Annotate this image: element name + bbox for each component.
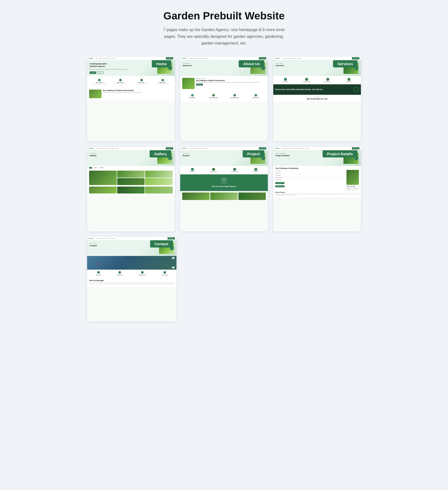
mini-map: + − <box>87 256 176 270</box>
mini-icons-services: 💧 Water Garden 🌿 Landscape Design ✂️ Lan… <box>273 76 361 84</box>
mini-site-project-details: Garden. Home About Services Projects Pro… <box>273 147 361 231</box>
card-label-home: Home <box>152 60 171 67</box>
card-label-gallery: Gallery <box>150 150 171 157</box>
mini-nav-contact: Garden. Home About Services Projects Con… <box>87 237 176 240</box>
card-project-details[interactable]: Project Details Garden. Home About Servi… <box>273 147 361 231</box>
mini-gallery-row2 <box>87 186 175 195</box>
mini-nav-project: Garden. Home About Services Projects Con… <box>180 147 268 150</box>
card-inner-project: Garden. Home About Services Projects Con… <box>180 147 268 231</box>
mini-section-home: By Creating an Outdoor Environment Lorem… <box>87 88 175 100</box>
mini-icons-about: 💧 Water Garden 🌿 Landscape Design ✂️ Lan… <box>180 91 268 101</box>
mini-site-about: Garden. Home About Services Projects Con… <box>180 57 268 141</box>
mini-project-imgs <box>180 191 268 200</box>
card-label-about: About Us <box>239 60 264 67</box>
mini-logo-home: Garden. <box>89 57 94 59</box>
mini-proj-icons: 💧 Water Garden 🌿 Landscape Design ✂️ Lan… <box>180 166 268 174</box>
mini-gallery-grid <box>87 170 175 186</box>
mini-dark-services: Extend Your Home With A Beautiful Garden… <box>273 84 361 95</box>
card-inner-project-details: Garden. Home About Services Projects Pro… <box>273 147 361 231</box>
card-inner-services: Garden. Home About Services Projects Con… <box>273 57 361 141</box>
card-inner-gallery: Garden. Home About Services Projects Gal… <box>87 147 175 231</box>
mini-site-home: Garden. Home About Services Projects Con… <box>87 57 175 141</box>
mini-nav-services: Garden. Home About Services Projects Con… <box>273 57 361 60</box>
card-gallery[interactable]: Gallery Garden. Home About Services Proj… <box>87 147 175 231</box>
mini-nav-home: Garden. Home About Services Projects Con… <box>87 57 175 60</box>
card-label-services: Services <box>333 60 357 67</box>
card-about[interactable]: About Us Garden. Home About Services Pro… <box>180 57 268 141</box>
mini-map-marker <box>97 263 98 265</box>
mini-about-content: Welcome to Garden By Creating an Outdoor… <box>180 76 268 91</box>
mini-best-services: Best Services We Provide Best For You <box>273 95 361 101</box>
mini-site-project: Garden. Home About Services Projects Con… <box>180 147 268 231</box>
mini-pd-content: Tree Trimming & Gardening Tree Trimming … <box>273 166 361 197</box>
card-inner-contact: Garden. Home About Services Projects Con… <box>87 237 176 321</box>
contact-wrapper: Contact Garden. Home About Services Proj… <box>87 237 176 321</box>
mini-nav-gallery: Garden. Home About Services Projects Gal… <box>87 147 175 150</box>
card-contact[interactable]: Contact Garden. Home About Services Proj… <box>87 237 176 321</box>
card-inner-about: Garden. Home About Services Projects Con… <box>180 57 268 141</box>
card-label-project: Project <box>243 150 264 157</box>
mini-site-contact: Garden. Home About Services Projects Con… <box>87 237 176 321</box>
mid-grid: Gallery Garden. Home About Services Proj… <box>87 147 361 231</box>
page-header: Garden Prebuilt Website 7 pages make up … <box>5 10 443 47</box>
card-inner-home: Garden. Home About Services Projects Con… <box>87 57 175 141</box>
mini-form: Send us Message <box>87 278 176 287</box>
page-wrapper: Garden Prebuilt Website 7 pages make up … <box>5 10 443 321</box>
card-label-contact: Contact <box>150 240 173 247</box>
card-services[interactable]: Services Garden. Home About Services Pro… <box>273 57 361 141</box>
card-home[interactable]: Home Garden. Home About Services Project… <box>87 57 175 141</box>
card-project[interactable]: Project Garden. Home About Services Proj… <box>180 147 268 231</box>
mini-site-services: Garden. Home About Services Projects Con… <box>273 57 361 141</box>
page-subtitle: 7 pages make up the Garden Agency: one h… <box>159 26 289 47</box>
mini-gallery-filter: All Garden Trimming <box>87 166 175 170</box>
mini-nav-about: Garden. Home About Services Projects Con… <box>180 57 268 60</box>
mini-site-gallery: Garden. Home About Services Projects Gal… <box>87 147 175 231</box>
mini-pd-about: About Project Praesentum commodo congval… <box>275 192 359 196</box>
mini-nav-pd: Garden. Home About Services Projects Pro… <box>273 147 361 150</box>
top-grid: Home Garden. Home About Services Project… <box>87 57 361 141</box>
bottom-row: Contact Garden. Home About Services Proj… <box>87 237 361 321</box>
mini-cards-home: 💧 Water Garden Lorem ipsum dolor sit ame… <box>87 76 175 87</box>
mini-contact-info: (307) 555-0133(302) 555-0156 2464 Royal … <box>87 270 176 278</box>
mini-project-dark: ✿ Some Projects We Do Some Big Projects <box>180 174 268 191</box>
page-title: Garden Prebuilt Website <box>5 10 443 22</box>
card-label-project-details: Project Details <box>323 150 357 157</box>
